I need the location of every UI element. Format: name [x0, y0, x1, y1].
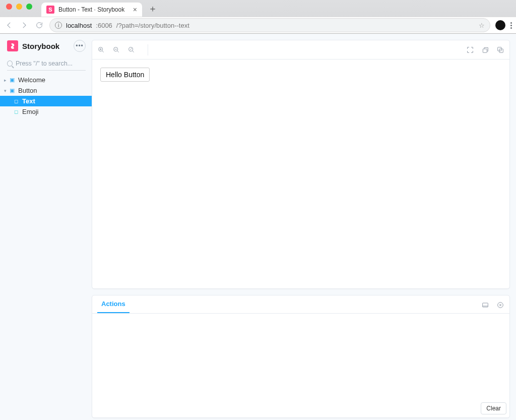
bookmark-icon: ◻ [13, 98, 19, 104]
storybook-app: Storybook ••• ▸ ▣ Welcome ▾ ▣ Button ◻ T… [0, 34, 516, 420]
copy-link-icon[interactable] [496, 46, 504, 54]
reload-button[interactable] [34, 21, 44, 29]
sidebar-menu-button[interactable]: ••• [74, 40, 86, 52]
tree-group-welcome[interactable]: ▸ ▣ Welcome [0, 75, 92, 85]
hello-button[interactable]: Hello Button [100, 68, 150, 82]
zoom-out-icon[interactable] [112, 46, 120, 54]
url-path: /?path=/story/button--text [116, 22, 189, 29]
story-tree: ▸ ▣ Welcome ▾ ▣ Button ◻ Text ◻ Emoji [0, 75, 92, 117]
maximize-window-icon[interactable] [26, 4, 32, 10]
svg-rect-3 [483, 49, 487, 52]
open-isolate-icon[interactable] [481, 46, 489, 54]
zoom-reset-icon[interactable] [127, 46, 136, 54]
address-bar[interactable]: i localhost:6006/?path=/story/button--te… [49, 18, 490, 32]
preview-toolbar [92, 40, 509, 59]
favicon-icon: S [46, 6, 54, 14]
url-host: localhost [66, 22, 92, 29]
new-tab-button[interactable]: ＋ [146, 2, 159, 15]
tree-label: Text [21, 97, 35, 105]
addons-close-icon[interactable] [496, 301, 504, 309]
sidebar-search[interactable] [7, 58, 86, 71]
clear-button[interactable]: Clear [481, 402, 506, 414]
main: Hello Button Actions Clear [92, 34, 516, 420]
preview-canvas: Hello Button [92, 59, 509, 288]
sidebar: Storybook ••• ▸ ▣ Welcome ▾ ▣ Button ◻ T… [0, 34, 92, 420]
browser-tab[interactable]: S Button - Text · Storybook × [41, 3, 142, 17]
browser-chrome: S Button - Text · Storybook × ＋ i localh… [0, 0, 516, 34]
fullscreen-icon[interactable] [466, 46, 474, 54]
addons-tabs: Actions [92, 295, 509, 314]
url-port: :6006 [96, 22, 112, 29]
addons-panel: Actions Clear [92, 295, 510, 418]
close-window-icon[interactable] [6, 4, 12, 10]
tree-label: Welcome [17, 76, 45, 84]
search-input[interactable] [16, 60, 86, 67]
tree-label: Emoji [21, 108, 39, 115]
caret-right-icon: ▸ [3, 78, 7, 83]
search-icon [7, 61, 13, 67]
bookmark-icon[interactable]: ☆ [479, 22, 485, 29]
minimize-window-icon[interactable] [16, 4, 22, 10]
close-tab-icon[interactable]: × [133, 6, 137, 14]
addons-body: Clear [92, 314, 509, 417]
component-icon: ▣ [9, 87, 15, 94]
tab-strip: S Button - Text · Storybook × ＋ [0, 0, 516, 17]
tab-title: Button - Text · Storybook [58, 6, 124, 13]
brand-name: Storybook [22, 42, 59, 50]
forward-button[interactable] [19, 21, 29, 30]
profile-avatar[interactable] [495, 20, 505, 30]
tab-actions[interactable]: Actions [97, 295, 130, 313]
addons-orientation-icon[interactable] [481, 301, 489, 309]
svg-rect-6 [483, 303, 488, 307]
caret-down-icon: ▾ [3, 88, 7, 93]
tree-story-text[interactable]: ◻ Text [0, 96, 92, 106]
tree-story-emoji[interactable]: ◻ Emoji [0, 106, 92, 117]
browser-menu-icon[interactable] [510, 22, 512, 29]
browser-nav-bar: i localhost:6006/?path=/story/button--te… [0, 17, 516, 33]
sidebar-header: Storybook ••• [0, 40, 92, 57]
toolbar-separator [148, 44, 148, 55]
bookmark-icon: ◻ [13, 109, 19, 114]
back-button[interactable] [4, 21, 14, 30]
tree-group-button[interactable]: ▾ ▣ Button [0, 85, 92, 96]
tree-label: Button [17, 87, 37, 94]
component-icon: ▣ [9, 77, 15, 83]
storybook-logo-icon [7, 40, 18, 51]
preview-panel: Hello Button [92, 40, 510, 289]
site-info-icon[interactable]: i [55, 22, 62, 29]
window-controls [4, 4, 36, 14]
zoom-in-icon[interactable] [97, 46, 105, 54]
